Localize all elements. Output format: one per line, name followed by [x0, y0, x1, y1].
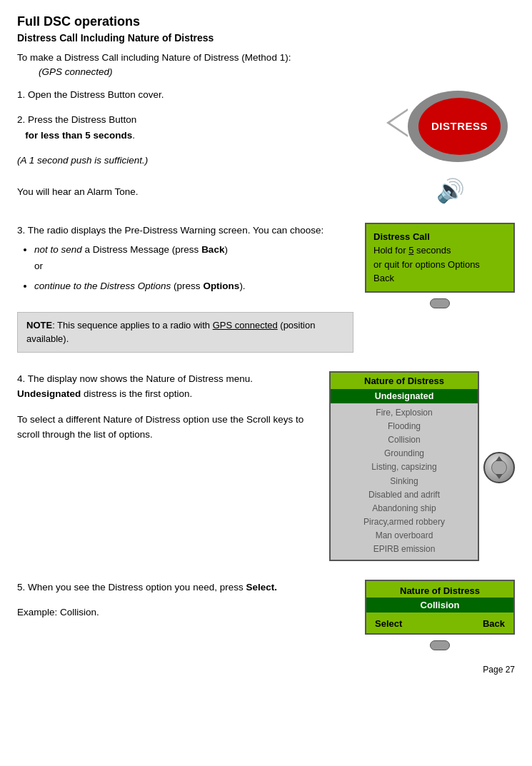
nature-screen-title: Nature of Distress: [331, 373, 478, 389]
select-label[interactable]: Select: [375, 618, 402, 629]
collision-screen-widget: Nature of Distress Collision Select Back: [365, 580, 515, 650]
scroll-knob-container: [483, 452, 515, 483]
dsc-screen1: Distress Call Hold for 5 seconds or quit…: [365, 223, 515, 293]
list-item: Abandoning ship: [331, 502, 478, 515]
step1-text: 1. Open the Distress Button cover.: [17, 87, 375, 103]
nature-screen-widget: Nature of Distress Undesignated Fire, Ex…: [329, 371, 515, 561]
dsc-screen1-line1: Distress Call: [373, 230, 506, 244]
page-subtitle: Distress Call Including Nature of Distre…: [17, 32, 515, 44]
step4-cont: To select a different Nature of Distress…: [17, 412, 318, 443]
collision-screen-footer: Select Back: [366, 613, 513, 633]
page-number: Page 27: [17, 665, 515, 675]
back-label[interactable]: Back: [483, 618, 505, 629]
list-item: Flooding: [331, 420, 478, 433]
collision-screen: Nature of Distress Collision Select Back: [365, 580, 515, 635]
side-button-2[interactable]: [430, 640, 450, 650]
distress-button-graphic: DISTRESS: [386, 87, 515, 166]
distress-button-widget: DISTRESS 🔊: [386, 87, 515, 204]
scroll-knob-inner: [491, 460, 507, 475]
distress-inner-button[interactable]: DISTRESS: [418, 98, 501, 155]
list-item: EPIRB emission: [331, 543, 478, 556]
step3-intro: 3. The radio displays the Pre-Distress W…: [17, 223, 353, 238]
arrow-inner-icon: [390, 111, 408, 135]
step2-text: 2. Press the Distress Button for less th…: [17, 112, 375, 143]
dsc-screen1-line2: Hold for 5 seconds: [373, 243, 506, 258]
list-item: Grounding: [331, 447, 478, 460]
step3-bullets2: continue to the Distress Options (press …: [34, 278, 353, 295]
list-item: Collision: [331, 433, 478, 447]
dsc-screen1-line4: Back: [373, 271, 506, 286]
list-item: Fire, Explosion: [331, 406, 478, 420]
bullet-or: or: [34, 258, 353, 274]
page-title: Full DSC operations: [17, 14, 515, 29]
list-item: Sinking: [331, 475, 478, 488]
dsc-screen1-line3: or quit for options Options: [373, 258, 506, 272]
list-item: Listing, capsizing: [331, 460, 478, 474]
list-item: Man overboard: [331, 529, 478, 543]
intro-text: To make a Distress Call including Nature…: [17, 51, 515, 80]
step5-text: 5. When you see the Distress option you …: [17, 580, 353, 595]
scroll-knob[interactable]: [483, 452, 515, 483]
dsc-screen1-widget: Distress Call Hold for 5 seconds or quit…: [365, 223, 515, 353]
alarm-text: You will hear an Alarm Tone.: [17, 184, 375, 200]
side-button-1[interactable]: [430, 298, 450, 308]
note-box: NOTE: This sequence applies to a radio w…: [17, 312, 353, 353]
step2-italic: (A 1 second push is sufficient.): [17, 153, 375, 168]
list-item: Disabled and adrift: [331, 488, 478, 502]
speaker-icon: 🔊: [436, 177, 465, 204]
list-item: Piracy,armed robbery: [331, 515, 478, 529]
collision-screen-title: Nature of Distress: [366, 581, 513, 598]
collision-screen-highlight: Collision: [366, 598, 513, 613]
step3-bullets: not to send a Distress Message (press Ba…: [34, 242, 353, 258]
nature-screen-highlight: Undesignated: [331, 389, 478, 403]
nature-screen-list: Fire, Explosion Flooding Collision Groun…: [331, 403, 478, 560]
step5-example: Example: Collision.: [17, 605, 353, 620]
nature-screen: Nature of Distress Undesignated Fire, Ex…: [329, 371, 479, 561]
step4-text: 4. The display now shows the Nature of D…: [17, 371, 318, 402]
distress-button-label: DISTRESS: [431, 120, 488, 132]
